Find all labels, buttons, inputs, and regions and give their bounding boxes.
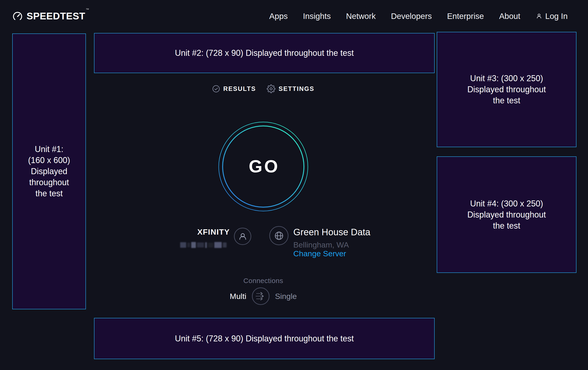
ad-unit-5[interactable]: Unit #5: (728 x 90) Displayed throughout… [94,318,435,359]
trademark-mark: ™ [86,8,89,11]
isp-badge [234,228,251,245]
change-server-link[interactable]: Change Server [293,249,346,258]
tab-settings[interactable]: SETTINGS [266,84,314,93]
nav-link-apps[interactable]: Apps [269,11,288,21]
speedtest-page: { "brand": { "name": "SPEEDTEST", "mark"… [0,0,588,370]
connections-toggle-button[interactable] [252,287,270,305]
globe-icon [273,230,285,242]
server-name: Green House Data [293,227,370,237]
ad-text-line: Displayed throughout [467,209,546,220]
tab-results-label: RESULTS [223,85,256,92]
nav-link-insights[interactable]: Insights [303,11,331,21]
connections-toggle-row: Multi Single [230,287,297,305]
ad-text-line: Unit #5: (728 x 90) Displayed throughout… [175,333,354,344]
tab-results[interactable]: RESULTS [212,85,256,93]
nav-links: Apps Insights Network Developers Enterpr… [269,0,568,32]
speedtest-gauge-icon [12,11,23,21]
ad-unit-3[interactable]: Unit #3: (300 x 250) Displayed throughou… [437,32,577,147]
brand-logo[interactable]: SPEEDTEST™ [12,0,88,32]
connections-multi-option[interactable]: Multi [230,292,246,301]
nav-link-enterprise[interactable]: Enterprise [447,11,484,21]
connections-label: Connections [243,277,283,285]
ad-text-line: Unit #4: (300 x 250) [470,198,543,209]
go-button[interactable]: GO [217,120,309,213]
ad-text-line: Unit #1: [35,144,63,155]
isp-name: XFINITY [176,228,230,236]
ad-unit-1[interactable]: Unit #1: (160 x 600) Displayed throughou… [12,33,86,309]
ad-text-line: throughout [29,177,69,188]
ad-text-line: the test [493,220,520,231]
ad-text-line: Displayed throughout [467,84,546,95]
server-location: Bellingham, WA [293,240,370,249]
nav-link-network[interactable]: Network [346,11,376,21]
go-label: GO [247,156,280,176]
nav-link-about[interactable]: About [499,11,520,21]
tab-settings-label: SETTINGS [279,85,314,92]
login-button[interactable]: Log In [536,11,568,21]
brand-name: SPEEDTEST™ [27,11,88,21]
person-icon [237,231,248,242]
connections-single-option[interactable]: Single [275,292,297,301]
server-info: Green House Data Bellingham, WA Change S… [293,227,370,258]
user-icon [536,13,543,20]
brand-text: SPEEDTEST [27,11,85,21]
ad-text-line: Unit #3: (300 x 250) [470,73,543,84]
ad-text-line: the test [493,95,520,106]
ad-text-line: (160 x 600) [28,155,70,166]
ad-text-line: Displayed [31,166,67,177]
nav-link-developers[interactable]: Developers [391,11,432,21]
top-nav: SPEEDTEST™ Apps Insights Network Develop… [0,0,588,32]
multi-arrows-icon [255,291,266,302]
check-circle-icon [212,85,220,93]
view-tabs: RESULTS SETTINGS [212,84,315,93]
ip-address-redacted [180,242,231,248]
ad-unit-2[interactable]: Unit #2: (728 x 90) Displayed throughout… [94,33,435,73]
ad-unit-4[interactable]: Unit #4: (300 x 250) Displayed throughou… [437,156,577,273]
ad-text-line: Unit #2: (728 x 90) Displayed throughout… [175,48,354,59]
gear-icon [266,84,275,93]
ad-text-line: the test [35,188,63,199]
server-badge [269,226,288,245]
login-label: Log In [545,11,568,21]
